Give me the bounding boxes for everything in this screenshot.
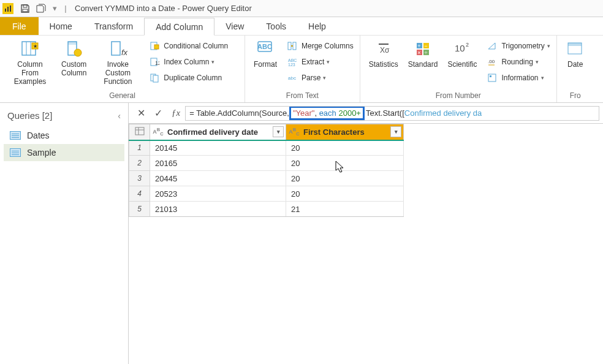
menu-view[interactable]: View — [214, 17, 255, 35]
menu-help[interactable]: Help — [297, 17, 337, 35]
chevron-down-icon: ▾ — [327, 59, 330, 65]
column-filter-button[interactable]: ▾ — [273, 126, 284, 137]
menu-transform[interactable]: Transform — [83, 17, 144, 35]
svg-rect-45 — [135, 127, 144, 135]
table-row[interactable]: 3 20445 20 — [129, 171, 404, 186]
svg-text:123: 123 — [155, 60, 159, 66]
formula-input[interactable]: = Table.AddColumn(Source, "Year", each 2… — [185, 106, 599, 121]
cell[interactable]: 20 — [286, 156, 404, 171]
datatype-text-icon[interactable]: ABC — [153, 126, 164, 137]
window-title: Convert YYMMD into a Date - Power Query … — [75, 4, 252, 13]
svg-rect-2 — [10, 6, 11, 12]
svg-rect-24 — [293, 42, 296, 50]
btn-column-from-examples-label: Column From Examples — [9, 60, 51, 86]
cell[interactable]: 20523 — [150, 186, 286, 202]
btn-conditional-column[interactable]: Conditional Column — [146, 38, 230, 54]
table-row[interactable]: 2 20165 20 — [129, 156, 404, 171]
menu-tools[interactable]: Tools — [255, 17, 297, 35]
qat-dropdown-icon[interactable]: ▾ — [51, 4, 58, 13]
btn-statistics[interactable]: Xσ Statistics — [365, 38, 402, 70]
cell[interactable]: 20165 — [150, 156, 286, 171]
ribbon-group-general-label: General — [4, 89, 241, 102]
queries-panel: Queries [2] ‹ Dates Sample — [0, 103, 129, 364]
btn-custom-column[interactable]: Custom Column — [58, 38, 90, 78]
table-row[interactable]: 5 21013 21 — [129, 202, 404, 217]
menu-file[interactable]: File — [0, 17, 39, 35]
btn-index-column[interactable]: 123 Index Column ▾ — [146, 54, 230, 70]
cell[interactable]: 21013 — [150, 202, 286, 217]
column-header-confirmed-delivery-date[interactable]: ABC Confirmed delivery date ▾ — [150, 124, 286, 140]
row-header[interactable]: 2 — [129, 156, 150, 171]
table-row[interactable]: 4 20523 20 — [129, 186, 404, 202]
query-item-dates[interactable]: Dates — [4, 127, 124, 144]
btn-information[interactable]: Information ▾ — [484, 70, 552, 86]
cell[interactable]: 20 — [286, 171, 404, 186]
cell[interactable]: 20445 — [150, 171, 286, 186]
cell[interactable]: 20 — [286, 186, 404, 202]
ribbon-group-from-date-label: Fro — [561, 89, 590, 102]
formula-highlight: "Year", each 2000+ — [289, 106, 365, 120]
menu-add-column[interactable]: Add Column — [144, 18, 214, 36]
query-item-sample[interactable]: Sample — [4, 144, 124, 161]
column-header-first-characters[interactable]: ABC First Characters ▾ — [286, 124, 404, 140]
btn-format[interactable]: ABC Format — [250, 38, 281, 70]
qat-save-button[interactable] — [18, 2, 32, 15]
svg-rect-13 — [112, 42, 120, 55]
btn-trigonometry[interactable]: Trigonometry ▾ — [484, 38, 552, 54]
btn-date[interactable]: Date — [562, 38, 589, 70]
fx-icon[interactable]: ƒx — [172, 108, 180, 118]
chevron-down-icon: ▾ — [211, 59, 214, 65]
btn-column-from-examples[interactable]: ★ Column From Examples — [5, 38, 55, 87]
column-header-label: First Characters — [303, 127, 365, 137]
formula-accept-button[interactable]: ✓ — [150, 105, 167, 122]
row-header[interactable]: 4 — [129, 186, 150, 202]
workspace: Queries [2] ‹ Dates Sample ✕ ✓ ƒx = Tabl… — [0, 103, 603, 364]
cell[interactable]: 20 — [286, 140, 404, 156]
svg-text:+: + — [417, 43, 420, 49]
row-header[interactable]: 1 — [129, 140, 150, 156]
merge-columns-icon — [287, 40, 298, 51]
ribbon-group-from-text-label: From Text — [249, 89, 356, 102]
btn-standard[interactable]: +−×÷ Standard — [404, 38, 442, 70]
btn-parse[interactable]: abc Parse ▾ — [284, 70, 356, 86]
btn-duplicate-column[interactable]: Duplicate Column — [146, 70, 230, 86]
svg-text:ABC: ABC — [288, 58, 297, 63]
svg-text:fx: fx — [121, 48, 127, 57]
btn-merge-columns[interactable]: Merge Columns — [284, 38, 356, 54]
formula-cancel-button[interactable]: ✕ — [132, 105, 150, 122]
table-icon — [10, 148, 21, 157]
menu-home[interactable]: Home — [39, 17, 83, 35]
grid-corner-cell[interactable] — [129, 124, 150, 140]
btn-scientific[interactable]: 102 Scientific — [444, 38, 480, 70]
extract-icon: ABC123 — [287, 56, 298, 67]
row-header[interactable]: 3 — [129, 171, 150, 186]
btn-statistics-label: Statistics — [369, 60, 398, 69]
chevron-down-icon: ▾ — [323, 75, 326, 81]
row-header[interactable]: 5 — [129, 202, 150, 217]
query-item-label: Sample — [27, 148, 56, 157]
btn-format-label: Format — [254, 60, 277, 69]
scientific-icon: 102 — [452, 39, 472, 59]
datatype-text-icon[interactable]: ABC — [289, 126, 300, 137]
qat-saveall-button[interactable] — [34, 2, 48, 15]
btn-invoke-custom-function[interactable]: fx Invoke Custom Function — [93, 38, 143, 87]
svg-rect-1 — [7, 7, 9, 12]
cell[interactable]: 21 — [286, 202, 404, 217]
btn-rounding[interactable]: .00 Rounding ▾ — [484, 54, 552, 70]
queries-panel-title: Queries [2] — [7, 110, 52, 121]
index-column-icon: 123 — [149, 56, 160, 67]
chevron-down-icon: ▾ — [536, 59, 539, 65]
svg-text:−: − — [424, 43, 427, 49]
collapse-queries-button[interactable]: ‹ — [118, 111, 121, 121]
cell[interactable]: 20145 — [150, 140, 286, 156]
btn-extract[interactable]: ABC123 Extract ▾ — [284, 54, 356, 70]
svg-rect-11 — [68, 42, 77, 45]
data-grid[interactable]: ABC Confirmed delivery date ▾ ABC First … — [129, 124, 603, 217]
title-separator: | — [63, 4, 69, 13]
btn-duplicate-column-label: Duplicate Column — [164, 74, 222, 82]
svg-text:.00: .00 — [488, 59, 495, 64]
svg-rect-44 — [568, 43, 582, 46]
column-filter-button[interactable]: ▾ — [390, 126, 401, 137]
table-row[interactable]: 1 20145 20 — [129, 140, 404, 156]
svg-rect-0 — [5, 9, 6, 12]
